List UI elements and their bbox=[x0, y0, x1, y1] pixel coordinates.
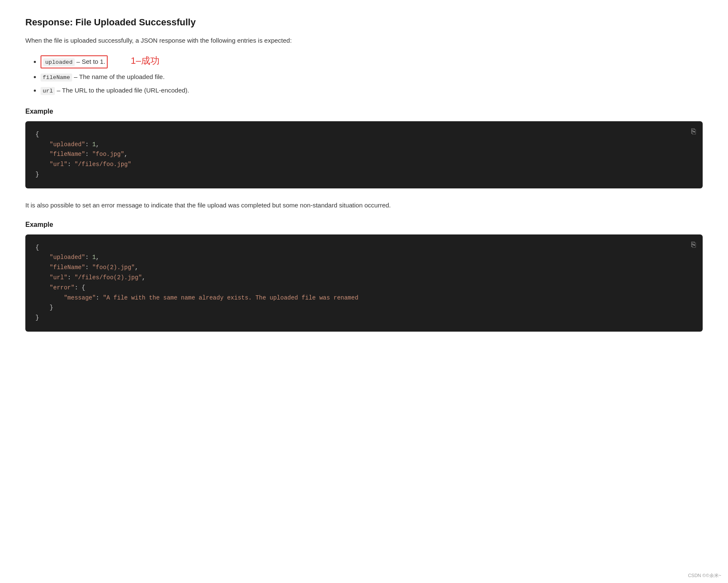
copy-icon-2[interactable]: ⎘ bbox=[691, 240, 696, 249]
example2-code-block: ⎘ { "uploaded": 1, "fileName": "foo(2).j… bbox=[25, 234, 703, 332]
page-title: Response: File Uploaded Successfully bbox=[25, 17, 703, 28]
copy-icon-1[interactable]: ⎘ bbox=[691, 127, 696, 136]
list-item-uploaded: uploaded – Set to 1. 1–成功 bbox=[41, 53, 703, 68]
field-list: uploaded – Set to 1. 1–成功 fileName – The… bbox=[25, 53, 703, 96]
example2-code: { "uploaded": 1, "fileName": "foo(2).jpg… bbox=[35, 243, 693, 323]
url-rest: – The URL to the uploaded file (URL-enco… bbox=[55, 87, 189, 94]
example1-code: { "uploaded": 1, "fileName": "foo.jpg", … bbox=[35, 130, 693, 180]
example1-label: Example bbox=[25, 108, 703, 115]
description-text: When the file is uploaded successfully, … bbox=[25, 35, 703, 46]
filename-rest: – The name of the uploaded file. bbox=[72, 73, 165, 80]
code-url: url bbox=[41, 87, 55, 95]
highlighted-code: uploaded – Set to 1. bbox=[41, 55, 108, 68]
middle-text: It is also possible to set an error mess… bbox=[25, 200, 703, 211]
code-uploaded: uploaded bbox=[43, 58, 75, 66]
code-filename: fileName bbox=[41, 74, 72, 82]
example2-label: Example bbox=[25, 221, 703, 229]
list-item-url: url – The URL to the uploaded file (URL-… bbox=[41, 85, 703, 96]
annotation-chinese: 1–成功 bbox=[131, 55, 160, 66]
list-item-filename: fileName – The name of the uploaded file… bbox=[41, 72, 703, 82]
uploaded-rest: – Set to 1. bbox=[75, 58, 106, 65]
example1-code-block: ⎘ { "uploaded": 1, "fileName": "foo.jpg"… bbox=[25, 121, 703, 188]
